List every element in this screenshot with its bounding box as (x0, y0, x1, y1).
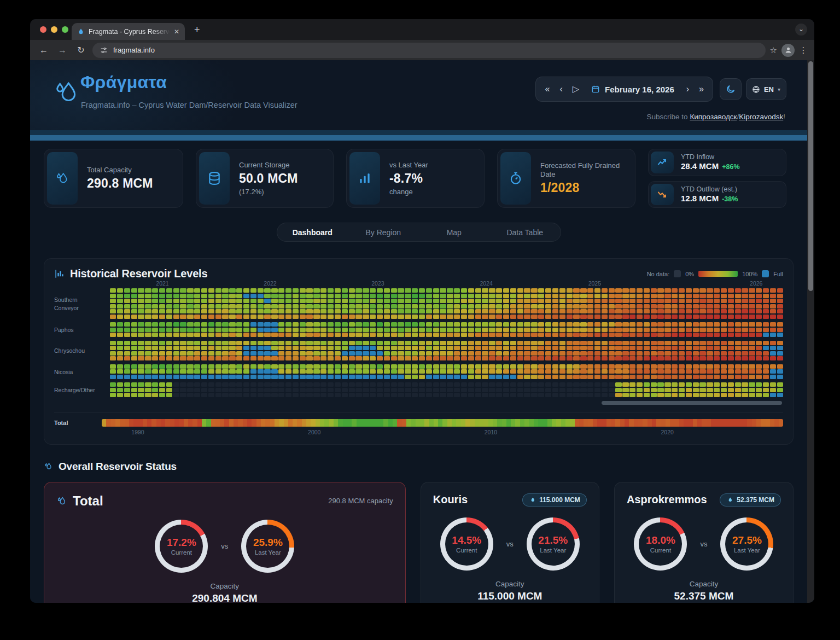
person-icon (784, 46, 792, 54)
play-button[interactable]: ▷ (573, 85, 579, 94)
tab-by-region[interactable]: By Region (348, 228, 419, 237)
storage-ring: 18.0%Current (634, 517, 687, 571)
tab-map[interactable]: Map (419, 228, 490, 237)
subscribe-link-en[interactable]: Kiprozavodsk (739, 113, 783, 121)
water-drops-logo-icon (52, 78, 81, 107)
legend-hundred-label: 100% (742, 271, 757, 277)
stat-label: Total Capacity (87, 166, 153, 174)
stat-card-total-capacity: Total Capacity 290.8 MCM (44, 149, 183, 208)
dark-mode-toggle[interactable] (720, 78, 742, 100)
forward-button[interactable]: → (55, 45, 69, 55)
page-scrollbar[interactable] (807, 60, 814, 603)
ring-percentage: 27.5% (732, 534, 762, 546)
ring-label: Current (650, 547, 671, 554)
previous-button[interactable]: ‹ (559, 85, 562, 94)
year-tick: 2010 (485, 429, 497, 435)
close-window-button[interactable] (40, 26, 46, 33)
globe-icon (752, 85, 760, 94)
url-text[interactable]: fragmata.info (113, 46, 758, 54)
back-button[interactable]: ← (37, 45, 51, 55)
capacity-value: 52.375 MCM (627, 590, 781, 602)
subscribe-link-ru[interactable]: Кипрозаводск (690, 113, 737, 121)
site-settings-icon[interactable] (100, 46, 108, 54)
tab-close-icon[interactable]: ✕ (174, 28, 179, 36)
moon-icon (726, 84, 736, 94)
capacity-badge: 115.000 MCM (522, 493, 587, 507)
stat-delta: -38% (722, 195, 738, 203)
year-tick: 1990 (131, 429, 144, 435)
heatmap-group: SouthernConveyor (54, 288, 783, 319)
browser-tab[interactable]: Fragmata - Cyprus Reservoir ✕ (72, 23, 185, 40)
browser-window: Fragmata - Cyprus Reservoir ✕ + ⌄ ← → ↻ … (30, 19, 814, 603)
reservoir-card-total: Total290.8 MCM capacity17.2%Currentvs25.… (44, 482, 406, 603)
address-bar[interactable]: fragmata.info (92, 43, 766, 58)
total-history-strip (102, 419, 783, 427)
date-display[interactable]: February 16, 2026 (591, 85, 674, 94)
reload-button[interactable]: ↻ (74, 45, 88, 55)
ring-label: Last Year (255, 549, 281, 556)
year-tick: 2026 (750, 280, 762, 287)
heatmap-group-label: Paphos (54, 326, 110, 334)
bar-chart-icon (349, 152, 380, 205)
maximize-window-button[interactable] (62, 26, 68, 33)
heatmap-group: Chrysochou (54, 341, 783, 362)
stat-label: vs Last Year (389, 161, 428, 170)
ring-label: Last Year (540, 547, 566, 554)
chevron-down-icon: ▾ (778, 86, 780, 92)
jump-last-button[interactable]: » (699, 85, 704, 94)
trend-down-icon (651, 184, 674, 206)
bookmark-star-icon[interactable]: ☆ (770, 45, 777, 55)
ring-percentage: 18.0% (646, 534, 675, 546)
legend-nodata-label: No data: (647, 271, 670, 277)
heatmap-group-label: Nicosia (54, 368, 110, 376)
heatmap-group-label: SouthernConveyor (54, 296, 110, 311)
language-selector[interactable]: EN ▾ (746, 78, 786, 100)
stopwatch-icon (500, 152, 531, 205)
reservoir-name: Total (73, 493, 103, 509)
site-subtitle: Fragmata.info – Cyprus Water Dam/Reservo… (81, 101, 298, 109)
water-drop-icon (529, 496, 536, 503)
storage-ring: 17.2%Current (155, 520, 208, 573)
stat-value: 290.8 MCM (87, 176, 153, 191)
calendar-icon (591, 85, 600, 94)
panel-divider (54, 412, 783, 412)
year-tick: 2000 (308, 429, 320, 435)
next-button[interactable]: › (686, 85, 689, 94)
browser-menu-icon[interactable]: ⋮ (799, 45, 808, 55)
page-scrollbar-thumb[interactable] (808, 61, 813, 291)
vs-label: vs (506, 540, 514, 548)
year-tick: 2023 (371, 280, 384, 287)
heatmap-group: Recharge/Other (54, 382, 783, 398)
view-tabs: Dashboard By Region Map Data Table (277, 223, 561, 242)
tab-dashboard[interactable]: Dashboard (277, 228, 348, 237)
water-drop-icon (56, 496, 67, 507)
capacity-value: 115.000 MCM (433, 590, 587, 602)
jump-first-button[interactable]: « (545, 85, 550, 94)
browser-tab-strip: Fragmata - Cyprus Reservoir ✕ + ⌄ (30, 19, 814, 40)
stat-sub: (17.2%) (239, 188, 298, 196)
tab-data-table[interactable]: Data Table (489, 228, 561, 237)
site-title: Φράγματα (80, 72, 167, 92)
heatmap-scrollbar-thumb[interactable] (602, 401, 782, 405)
capacity-value: 290.804 MCM (56, 592, 393, 603)
reservoir-name: Kouris (433, 493, 468, 506)
new-tab-button[interactable]: + (194, 24, 200, 36)
stat-label: YTD Outflow (est.) (681, 185, 738, 193)
storage-ring: 27.5%Last Year (720, 517, 773, 571)
total-year-axis: 1990200020102020 (102, 429, 783, 437)
wave-divider (30, 130, 807, 141)
minimize-window-button[interactable] (51, 26, 57, 33)
stat-label: Forecasted Fully Drained Date (540, 161, 627, 179)
tab-title: Fragmata - Cyprus Reservoir (89, 28, 170, 36)
window-controls[interactable] (40, 26, 68, 33)
stat-value: 12.8 MCM (681, 194, 719, 203)
heatmap-group-label: Chrysochou (54, 347, 110, 354)
legend-full-label: Full (773, 271, 783, 277)
heatmap-scrollbar[interactable] (110, 401, 783, 405)
stat-label: YTD Inflow (681, 153, 740, 161)
profile-avatar[interactable] (781, 44, 795, 57)
ring-percentage: 14.5% (452, 534, 481, 546)
tab-search-button[interactable]: ⌄ (795, 24, 807, 36)
stat-value: 28.4 MCM (681, 161, 719, 171)
vs-label: vs (700, 540, 707, 548)
